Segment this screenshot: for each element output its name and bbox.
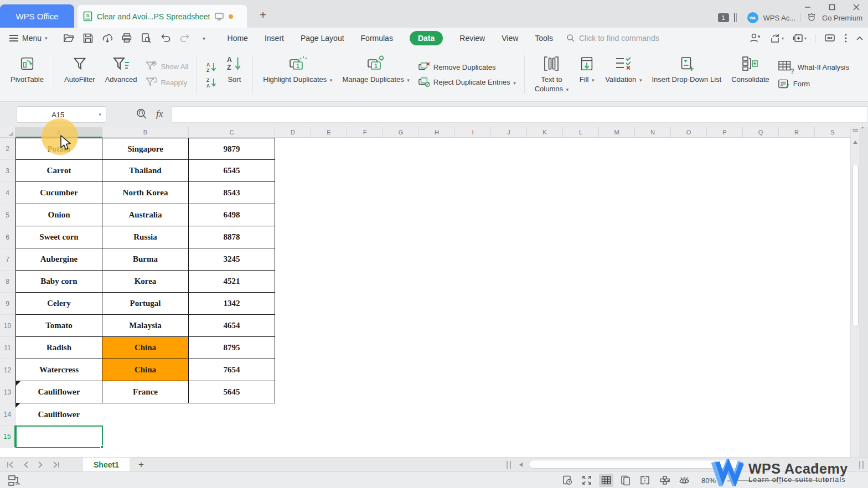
scroll-left-arrow-icon[interactable]	[519, 463, 523, 467]
add-sheet-button[interactable]: +	[135, 459, 147, 471]
vsplit-handle[interactable]	[852, 129, 858, 132]
hsplit-handle[interactable]	[507, 461, 511, 469]
horizontal-scroll-thumb[interactable]	[529, 460, 742, 469]
hsplit-handle-right[interactable]	[859, 461, 864, 469]
tab-view[interactable]: View	[502, 34, 518, 43]
row-header-6[interactable]: 6	[0, 226, 16, 248]
cell-C8[interactable]: 4521	[189, 271, 275, 293]
remove-duplicates-button[interactable]: Remove Duplicates	[418, 61, 516, 72]
sort-az-button[interactable]: AZ	[205, 61, 218, 73]
show-all-button[interactable]: Show All	[145, 60, 188, 72]
output-icon[interactable]	[101, 32, 114, 45]
cell-C11[interactable]: 8795	[189, 337, 275, 359]
collapse-ribbon-icon[interactable]	[856, 35, 864, 41]
sheet-tab-sheet1[interactable]: Sheet1	[83, 458, 130, 472]
column-header-r[interactable]: R	[779, 127, 815, 138]
cell-B3[interactable]: Thailand	[102, 160, 189, 182]
manage-duplicates-button[interactable]: 1Manage Duplicates ▾	[337, 51, 414, 98]
cell-A4[interactable]: Cucumber	[16, 182, 102, 204]
cell-A5[interactable]: Onion	[16, 204, 102, 226]
wps-office-button[interactable]: WPS Office	[0, 4, 74, 28]
cell-C3[interactable]: 6545	[189, 160, 275, 182]
undo-icon[interactable]	[159, 32, 172, 45]
column-header-j[interactable]: J	[491, 127, 527, 138]
scroll-up-arrow-icon[interactable]	[853, 141, 857, 144]
fill-button[interactable]: Fill ▾	[574, 51, 600, 98]
zoom-out-icon[interactable]: −	[727, 476, 732, 485]
grid-view-icon[interactable]	[599, 474, 613, 487]
page-layout-icon[interactable]	[618, 474, 633, 487]
cell-B6[interactable]: Russia	[102, 226, 189, 248]
name-box-dropdown-icon[interactable]: ▾	[99, 112, 101, 117]
tab-review[interactable]: Review	[459, 34, 485, 43]
user-avatar[interactable]: WA	[747, 12, 758, 23]
cell-C5[interactable]: 6498	[189, 204, 275, 226]
column-header-n[interactable]: N	[635, 127, 671, 138]
more-commands-icon[interactable]: ▾	[198, 32, 211, 45]
open-docs-badge[interactable]: 1	[718, 13, 729, 22]
tab-formulas[interactable]: Formulas	[361, 34, 393, 43]
cell-A9[interactable]: Celery	[16, 293, 102, 315]
reading-mode-icon[interactable]: ▾	[676, 474, 691, 487]
row-header-7[interactable]: 7	[0, 248, 16, 271]
formula-input[interactable]	[172, 106, 868, 123]
vertical-scroll-thumb[interactable]	[852, 164, 859, 326]
cell-C13[interactable]: 5645	[189, 381, 275, 403]
cell-A11[interactable]: Radish	[16, 337, 102, 359]
column-header-l[interactable]: L	[563, 127, 599, 138]
account-name[interactable]: WPS Ac...	[763, 14, 796, 22]
highlight-duplicates-button[interactable]: 1Highlight Duplicates ▾	[258, 51, 337, 98]
sort-za-button[interactable]: ZA	[205, 76, 218, 89]
go-premium-label[interactable]: Go Premium	[822, 14, 862, 22]
form-button[interactable]: Form	[778, 78, 849, 89]
cell-B7[interactable]: Burma	[102, 248, 189, 271]
cell-A8[interactable]: Baby corn	[16, 271, 102, 293]
tab-data[interactable]: Data	[410, 31, 443, 45]
cell-A10[interactable]: Tomato	[16, 315, 102, 337]
zoom-slider-knob[interactable]	[776, 477, 783, 484]
command-search[interactable]: Click to find commands	[566, 34, 659, 43]
cell-C6[interactable]: 8878	[189, 226, 275, 248]
zoom-dropdown-icon[interactable]: ▾	[720, 478, 722, 483]
cell-C9[interactable]: 1342	[189, 293, 275, 315]
cell-A13[interactable]: Cauliflower	[16, 381, 102, 403]
cell-B10[interactable]: Malaysia	[102, 315, 189, 337]
column-header-q[interactable]: Q	[743, 127, 779, 138]
freeze-panes-icon[interactable]: ▾	[657, 474, 671, 487]
prev-sheet-icon[interactable]	[23, 461, 29, 468]
row-header-8[interactable]: 8	[0, 271, 16, 293]
zoom-in-icon[interactable]: +	[824, 475, 829, 485]
tab-insert[interactable]: Insert	[265, 34, 284, 43]
column-header-f[interactable]: F	[347, 127, 383, 138]
column-header-c[interactable]: C	[189, 127, 275, 138]
advanced-button[interactable]: Advanced	[100, 51, 142, 98]
row-header-14[interactable]: 14	[0, 403, 16, 425]
row-header-12[interactable]: 12	[0, 359, 16, 381]
insert-drop-down-list-button[interactable]: Insert Drop-Down List	[647, 51, 726, 98]
main-menu-button[interactable]: Menu ▾	[9, 34, 48, 43]
row-header-11[interactable]: 11	[0, 337, 16, 359]
insert-function-icon[interactable]	[135, 107, 148, 121]
monitor-icon[interactable]	[214, 12, 224, 21]
normal-view-icon[interactable]	[560, 474, 575, 487]
vertical-scrollbar[interactable]	[850, 127, 859, 457]
print-preview-icon[interactable]	[140, 32, 153, 45]
cell-A3[interactable]: Carrot	[16, 160, 102, 182]
column-header-h[interactable]: H	[419, 127, 455, 138]
save-icon[interactable]	[81, 32, 95, 45]
column-header-s[interactable]: S	[815, 127, 851, 138]
cell-B11[interactable]: China	[102, 337, 189, 359]
reapply-button[interactable]: Reapply	[145, 76, 188, 89]
row-header-4[interactable]: 4	[0, 182, 16, 204]
new-from-template-icon[interactable]: ▾	[792, 33, 807, 44]
document-tab[interactable]: S Clear and Avoi...PS Spreadsheet	[77, 4, 247, 28]
pivottable-button[interactable]: PivotTable	[6, 51, 49, 98]
column-header-g[interactable]: G	[383, 127, 419, 138]
cell-B5[interactable]: Australia	[102, 204, 189, 226]
split-view-icon[interactable]	[638, 474, 652, 487]
row-header-10[interactable]: 10	[0, 315, 16, 337]
sort-button[interactable]: AZSort	[221, 51, 247, 98]
share-export-icon[interactable]: ▾	[769, 33, 784, 44]
macro-record-icon[interactable]: VB	[8, 474, 21, 486]
zoom-level[interactable]: 80%	[701, 476, 716, 485]
